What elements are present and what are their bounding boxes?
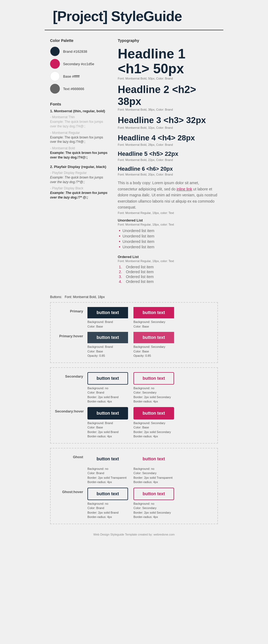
- secondary-secondary-button[interactable]: button text: [133, 372, 174, 385]
- ghost-hover-row-label: Ghost:hover: [55, 488, 87, 494]
- typo-h6: Headline 6 <h6> 20px: [118, 165, 218, 172]
- brand-swatch: [50, 47, 60, 56]
- color-palette-section: Color Palette Brand #162838 Secondary #c…: [50, 38, 110, 94]
- primary-row: Primary button text Background: BrandCol…: [55, 307, 213, 329]
- left-column: Color Palette Brand #162838 Secondary #c…: [50, 38, 115, 289]
- primary-secondary-hover-item: button text Background: SecondaryColor: …: [133, 332, 174, 358]
- secondary-brand-desc: Background: noColor: BrandBorder: 2px so…: [87, 386, 119, 404]
- primary-secondary-hover-desc: Background: SecondaryColor: BaseOpacity:…: [133, 345, 165, 358]
- ghost-btn-pair: button text Background: noColor: BrandBo…: [87, 453, 174, 484]
- font-playfair-black: - Playfair Display Black Example: The qu…: [50, 186, 110, 200]
- secondary-btn-pair: button text Background: noColor: BrandBo…: [87, 372, 174, 404]
- primary-secondary-button[interactable]: button text: [133, 307, 174, 318]
- buttons-section: Buttons: Font: Montserrat Bold, 18px Pri…: [45, 295, 223, 524]
- ghost-brand-desc: Background: noColor: BrandBorder: 2px so…: [87, 467, 126, 484]
- primary-brand-hover-desc: Background: BrandColor: BaseOpacity: 0.8…: [87, 345, 113, 358]
- unordered-list-title: Unordered List: [118, 218, 218, 222]
- ghost-row: Ghost button text Background: noColor: B…: [55, 453, 213, 484]
- ghost-brand-hover-desc: Background: noColor: BrandBorder: 2px so…: [87, 501, 119, 519]
- primary-btn-pair: button text Background: BrandColor: Base…: [87, 307, 174, 329]
- typo-h6-caption: Font: Montserrat Bold, 20px, Color: Bran…: [118, 173, 218, 176]
- font-playfair-black-name: - Playfair Display Black: [50, 186, 110, 190]
- font-group-playfair-title: 2. Playfair Display (regular, black): [50, 165, 110, 169]
- secondary-secondary-hover-button[interactable]: button text: [133, 407, 174, 420]
- secondary-row: Secondary button text Background: noColo…: [55, 372, 213, 404]
- list-item: 4.Ordered list item: [119, 279, 218, 284]
- ghost-brand-hover-button[interactable]: button text: [87, 488, 128, 500]
- secondary-brand-button[interactable]: button text: [87, 372, 128, 385]
- ghost-row-label: Ghost: [55, 453, 87, 459]
- ghost-secondary-item: button text Background: noColor: Seconda…: [133, 453, 174, 484]
- primary-brand-hover-item: button text Background: BrandColor: Base…: [87, 332, 128, 358]
- font-playfair-black-example: Example: The quick brown fox jumps over …: [50, 191, 110, 200]
- secondary-button-group: Secondary button text Background: noColo…: [50, 367, 218, 444]
- secondary-brand-item: button text Background: noColor: BrandBo…: [87, 372, 128, 404]
- secondary-brand-hover-button[interactable]: button text: [87, 407, 128, 420]
- typography-section: Typography Headline 1 <h1> 50px Font: Mo…: [118, 38, 218, 284]
- primary-hover-row: Primary:hover button text Background: Br…: [55, 332, 213, 358]
- font-regular: - Montserrat Regular Example: The quick …: [50, 131, 110, 144]
- color-palette-label: Color Palette: [50, 38, 110, 43]
- font-bold: - Montserrat Bold Example: The quick bro…: [50, 146, 110, 160]
- color-item-secondary: Secondary #cc1d5e: [50, 59, 110, 69]
- main-content: Color Palette Brand #162838 Secondary #c…: [45, 38, 223, 289]
- page-wrapper: [Project] StyleGuide Color Palette Brand…: [45, 0, 223, 547]
- ordered-list: 1.Ordered list item 2.Ordered list item …: [118, 265, 218, 284]
- body-copy: This is a body copy: Lorem ipsum dolor s…: [118, 180, 218, 210]
- unordered-list: Unordered list item Unordered list item …: [118, 228, 218, 249]
- color-item-base: Base #ffffff: [50, 71, 110, 81]
- typo-h2: Headline 2 <h2> 38px: [118, 84, 218, 107]
- primary-secondary-hover-button[interactable]: button text: [133, 332, 174, 343]
- font-playfair-regular: - Playfair Display Regular Example: The …: [50, 171, 110, 184]
- font-thin-name: - Montserrat Thin: [50, 115, 110, 119]
- list-item: Unordered list item: [119, 228, 218, 233]
- typo-h3: Headline 3 <h3> 32px: [118, 115, 218, 125]
- font-playfair-regular-example: Example: The quick brown fox jumps over …: [50, 175, 110, 184]
- secondary-brand-hover-item: button text Background: BrandColor: Base…: [87, 407, 128, 439]
- fonts-title: Fonts: [50, 102, 110, 106]
- typo-h3-caption: Font: Montserrat Bold, 32px, Color: Bran…: [118, 126, 218, 129]
- ghost-hover-btn-pair: button text Background: noColor: BrandBo…: [87, 488, 174, 519]
- ghost-button-group: Ghost button text Background: noColor: B…: [50, 448, 218, 524]
- list-item: Unordered list item: [119, 234, 218, 239]
- typo-h4: Headline 4 <h4> 28px: [118, 133, 218, 143]
- typo-h5: Headline 5 <h5> 22px: [118, 150, 218, 158]
- secondary-row-label: Secondary: [55, 372, 87, 378]
- font-thin: - Montserrat Thin Example: The quick bro…: [50, 115, 110, 129]
- text-label: Text #666666: [63, 87, 84, 91]
- ghost-secondary-hover-button[interactable]: button text: [133, 488, 174, 500]
- primary-brand-hover-button[interactable]: button text: [87, 332, 128, 343]
- secondary-secondary-hover-item: button text Background: SecondaryColor: …: [133, 407, 174, 439]
- right-column: Typography Headline 1 <h1> 50px Font: Mo…: [115, 38, 218, 289]
- ghost-brand-button[interactable]: button text: [87, 453, 128, 465]
- ghost-secondary-desc: Background: noColor: SecondaryBorder: 2p…: [133, 467, 172, 484]
- list-item: Unordered list item: [119, 245, 218, 249]
- primary-brand-button[interactable]: button text: [87, 307, 128, 318]
- primary-brand-desc: Background: BrandColor: Base: [87, 320, 113, 329]
- primary-secondary-item: button text Background: SecondaryColor: …: [133, 307, 174, 329]
- ghost-secondary-hover-desc: Background: noColor: SecondaryBorder: 2p…: [133, 501, 171, 519]
- primary-hover-btn-pair: button text Background: BrandColor: Base…: [87, 332, 174, 358]
- ordered-list-caption: Font: Montserrat Regular, 18px, color: T…: [118, 259, 218, 263]
- ghost-brand-item: button text Background: noColor: BrandBo…: [87, 453, 128, 484]
- font-regular-example: Example: The quick brown fox jumps over …: [50, 135, 110, 144]
- primary-secondary-desc: Background: SecondaryColor: Base: [133, 320, 165, 329]
- ghost-secondary-hover-item: button text Background: noColor: Seconda…: [133, 488, 174, 519]
- list-item: 3.Ordered list item: [119, 275, 218, 279]
- color-item-text: Text #666666: [50, 84, 110, 94]
- ghost-secondary-button[interactable]: button text: [133, 453, 174, 465]
- buttons-label: Buttons: Font: Montserrat Bold, 18px: [50, 295, 218, 299]
- secondary-brand-hover-desc: Background: BrandColor: BaseBorder: 2px …: [87, 421, 119, 439]
- secondary-secondary-desc: Background: noColor: SecondaryBorder: 2p…: [133, 386, 171, 404]
- secondary-hover-row: Secondary:hover button text Background: …: [55, 407, 213, 439]
- font-group-montserrat: 1. Montserrat (thin, regular, bold) - Mo…: [50, 109, 110, 160]
- unordered-list-section: Unordered List Font: Montserrat Regular,…: [118, 218, 218, 249]
- secondary-hover-btn-pair: button text Background: BrandColor: Base…: [87, 407, 174, 439]
- typography-label: Typography: [118, 38, 218, 43]
- typo-h2-caption: Font: Montserrat Bold, 38px, Color: Bran…: [118, 108, 218, 111]
- typo-h1-caption: Font: Montserrat Bold, 50px, Color: Bran…: [118, 77, 218, 80]
- inline-link[interactable]: inline link: [177, 187, 192, 191]
- text-swatch: [50, 84, 60, 94]
- footer-text: Web Design Styleguide Template created b…: [93, 533, 175, 536]
- ordered-list-section: Ordered List Font: Montserrat Regular, 1…: [118, 255, 218, 284]
